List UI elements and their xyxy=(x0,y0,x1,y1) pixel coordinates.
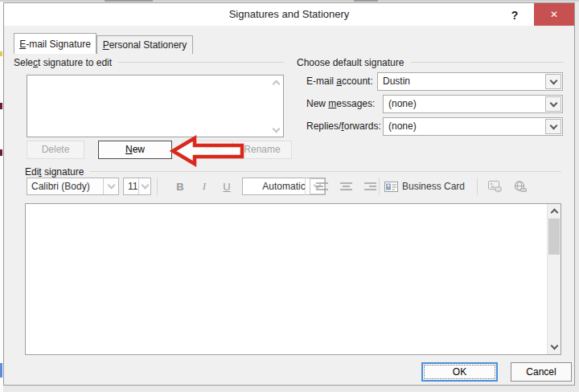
insert-hyperlink-button[interactable] xyxy=(509,178,532,195)
signature-list[interactable] xyxy=(27,75,284,137)
signatures-dialog: Signatures and Stationery ? ✕ E-mail Sig… xyxy=(3,2,575,386)
bold-button[interactable]: B xyxy=(170,178,191,195)
annotation-arrow-left-icon xyxy=(170,135,245,167)
hyperlink-globe-icon xyxy=(514,181,527,193)
label-text: ew xyxy=(133,144,145,155)
new-button[interactable]: New xyxy=(98,141,172,159)
label-text: Edi xyxy=(25,166,39,178)
cancel-button[interactable]: Cancel xyxy=(511,362,572,382)
business-card-button[interactable]: Business Card xyxy=(384,178,471,195)
toolbar-separator xyxy=(157,178,158,195)
close-button[interactable]: ✕ xyxy=(534,3,574,26)
group-rule xyxy=(118,62,284,63)
email-account-select[interactable]: Dustin xyxy=(377,72,563,91)
background-artifact xyxy=(354,0,378,2)
edit-signature-group-header: Edit signature xyxy=(25,165,561,178)
dialog-title: Signatures and Stationery xyxy=(4,8,574,20)
align-left-button[interactable] xyxy=(311,178,332,195)
background-artifact xyxy=(0,149,2,156)
label-accesskey: P xyxy=(103,39,109,51)
group-label: Edit signature xyxy=(25,166,84,178)
scroll-down-icon[interactable] xyxy=(270,123,281,134)
selected-value: (none) xyxy=(388,120,417,132)
selected-value: Automatic xyxy=(262,181,305,192)
selected-value: Dustin xyxy=(383,76,410,87)
email-account-label: E-mail account: xyxy=(306,76,373,87)
font-family-select[interactable]: Calibri (Body) xyxy=(27,178,119,195)
business-card-icon xyxy=(384,182,398,192)
align-center-button[interactable] xyxy=(335,178,356,195)
signature-editor[interactable] xyxy=(25,203,561,355)
new-messages-select[interactable]: (none) xyxy=(383,95,563,113)
scroll-up-icon[interactable] xyxy=(548,205,561,218)
title-bar: Signatures and Stationery ? ✕ xyxy=(4,3,574,26)
background-artifact xyxy=(0,363,2,378)
chevron-down-icon[interactable] xyxy=(138,178,150,194)
scroll-down-icon[interactable] xyxy=(548,341,561,353)
replies-forwards-label: Replies/forwards: xyxy=(306,120,381,132)
label-accesskey: E xyxy=(19,39,26,50)
label-text: signature xyxy=(42,166,84,178)
delete-button[interactable]: Delete xyxy=(27,141,84,159)
background-artifact xyxy=(105,0,153,2)
chevron-down-icon[interactable] xyxy=(545,96,561,112)
align-right-button[interactable] xyxy=(359,178,380,195)
selected-value: 11 xyxy=(128,181,138,192)
picture-icon xyxy=(488,181,502,193)
underline-button[interactable]: U xyxy=(216,178,237,195)
chevron-down-icon[interactable] xyxy=(103,178,118,194)
tab-email-signature[interactable]: E-mail Signature xyxy=(14,33,96,54)
background-artifact xyxy=(0,0,579,2)
background-artifact xyxy=(0,103,2,109)
chevron-down-icon[interactable] xyxy=(545,119,561,134)
label-text: Replies/ xyxy=(306,120,341,132)
choose-default-group-header: Choose default signature xyxy=(297,56,564,68)
select-signature-group-header: Select signature to edit xyxy=(14,56,284,68)
italic-button[interactable]: I xyxy=(194,178,215,195)
toolbar-separator xyxy=(305,178,306,195)
toolbar-separator xyxy=(477,178,478,195)
close-icon: ✕ xyxy=(550,9,558,20)
label-text: ersonal Stationery xyxy=(109,39,187,51)
ok-button[interactable]: OK xyxy=(421,362,498,382)
align-left-icon xyxy=(316,182,328,192)
label-text: -mail Signature xyxy=(26,39,91,50)
help-button[interactable]: ? xyxy=(505,6,524,24)
selected-value: Calibri (Body) xyxy=(31,181,90,192)
group-label: Choose default signature xyxy=(297,57,404,68)
label-text: orwards: xyxy=(344,120,381,132)
label-text: E-mail xyxy=(306,76,336,87)
replies-forwards-select[interactable]: (none) xyxy=(383,117,563,136)
group-rule xyxy=(410,62,564,63)
label-text: Sele xyxy=(14,57,33,68)
align-right-icon xyxy=(364,182,376,192)
scrollbar-thumb[interactable] xyxy=(548,218,560,255)
label-text: Business Card xyxy=(402,181,465,192)
scroll-up-icon[interactable] xyxy=(270,78,281,89)
editor-scrollbar[interactable] xyxy=(547,204,561,354)
background-artifact xyxy=(0,51,2,56)
tab-personal-stationery[interactable]: Personal Stationery xyxy=(96,35,193,54)
label-text: ccount: xyxy=(342,76,373,87)
label-accesskey: m xyxy=(328,98,336,109)
new-messages-label: New messages: xyxy=(306,98,375,109)
label-text: t signature to edit xyxy=(38,57,112,68)
group-rule xyxy=(90,171,561,172)
label-accesskey: N xyxy=(125,144,133,155)
group-label: Select signature to edit xyxy=(14,57,112,68)
label-text: essages: xyxy=(336,98,375,109)
align-center-icon xyxy=(340,182,352,192)
font-size-select[interactable]: 11 xyxy=(123,178,151,195)
toolbar-separator xyxy=(379,178,380,195)
label-text: New xyxy=(306,98,328,109)
chevron-down-icon[interactable] xyxy=(545,74,561,89)
selected-value: (none) xyxy=(388,98,417,109)
insert-picture-button[interactable] xyxy=(483,178,506,195)
